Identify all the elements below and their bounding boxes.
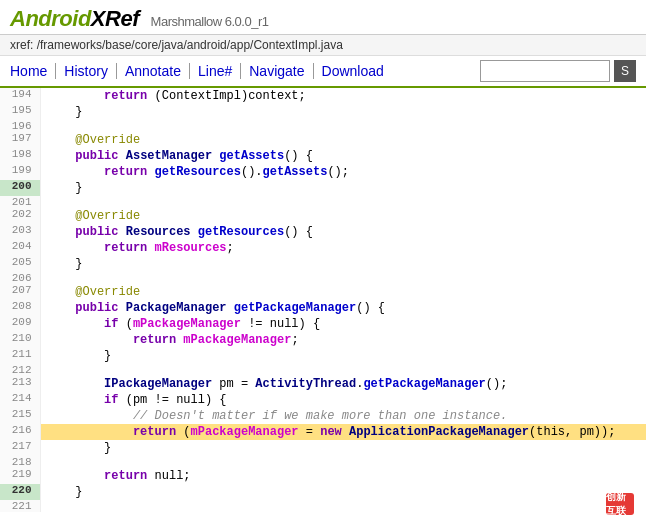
nav-line[interactable]: Line# — [190, 63, 241, 79]
navbar: Home History Annotate Line# Navigate Dow… — [0, 56, 646, 88]
nav-history[interactable]: History — [56, 63, 117, 79]
code-cell: IPackageManager pm = ActivityThread.getP… — [40, 376, 646, 392]
code-cell: return mPackageManager; — [40, 332, 646, 348]
code-cell: @Override — [40, 132, 646, 148]
code-cell: // Doesn't matter if we make more than o… — [40, 408, 646, 424]
code-cell: } — [40, 348, 646, 364]
code-cell: return (mPackageManager = new Applicatio… — [40, 424, 646, 440]
line-number: 209 — [0, 316, 40, 332]
code-cell: if (mPackageManager != null) { — [40, 316, 646, 332]
line-number: 219 — [0, 468, 40, 484]
code-cell: public Resources getResources() { — [40, 224, 646, 240]
line-number: 213 — [0, 376, 40, 392]
code-cell: } — [40, 104, 646, 120]
code-cell: return mResources; — [40, 240, 646, 256]
nav-download[interactable]: Download — [314, 63, 392, 79]
line-number: 207 — [0, 284, 40, 300]
nav-navigate[interactable]: Navigate — [241, 63, 313, 79]
line-number: 221 — [0, 500, 40, 512]
line-number: 210 — [0, 332, 40, 348]
line-number: 203 — [0, 224, 40, 240]
site-title: AndroidXRef Marshmallow 6.0.0_r1 — [10, 6, 268, 31]
code-cell: @Override — [40, 208, 646, 224]
line-number: 198 — [0, 148, 40, 164]
code-cell: } — [40, 256, 646, 272]
line-number: 197 — [0, 132, 40, 148]
code-cell: return (ContextImpl)context; — [40, 88, 646, 104]
watermark-icon: 创新互联 — [606, 493, 634, 515]
code-cell: return null; — [40, 468, 646, 484]
search-button[interactable]: S — [614, 60, 636, 82]
breadcrumb: xref: /frameworks/base/core/java/android… — [0, 35, 646, 56]
title-android: Android — [10, 6, 91, 31]
code-cell — [40, 196, 646, 208]
line-number: 204 — [0, 240, 40, 256]
breadcrumb-text: xref: /frameworks/base/core/java/android… — [10, 38, 343, 52]
line-number: 211 — [0, 348, 40, 364]
code-cell — [40, 364, 646, 376]
code-container[interactable]: 194 return (ContextImpl)context;195 }196… — [0, 88, 646, 521]
line-number: 202 — [0, 208, 40, 224]
code-cell: public AssetManager getAssets() { — [40, 148, 646, 164]
code-cell — [40, 120, 646, 132]
line-number: 196 — [0, 120, 40, 132]
line-number: 208 — [0, 300, 40, 316]
code-cell: @Override — [40, 284, 646, 300]
line-number: 216 — [0, 424, 40, 440]
line-number: 199 — [0, 164, 40, 180]
line-number: 194 — [0, 88, 40, 104]
line-number: 215 — [0, 408, 40, 424]
code-cell: } — [40, 484, 646, 500]
line-number: 220 — [0, 484, 40, 500]
code-cell: if (pm != null) { — [40, 392, 646, 408]
title-xref: XRef — [91, 6, 139, 31]
site-version: Marshmallow 6.0.0_r1 — [151, 14, 269, 29]
line-number: 217 — [0, 440, 40, 456]
code-cell: } — [40, 180, 646, 196]
code-cell: return getResources().getAssets(); — [40, 164, 646, 180]
line-number: 206 — [0, 272, 40, 284]
line-number: 218 — [0, 456, 40, 468]
code-cell — [40, 500, 646, 512]
code-cell: public PackageManager getPackageManager(… — [40, 300, 646, 316]
line-number: 212 — [0, 364, 40, 376]
line-number: 205 — [0, 256, 40, 272]
line-number: 195 — [0, 104, 40, 120]
site-header: AndroidXRef Marshmallow 6.0.0_r1 — [0, 0, 646, 35]
line-number: 200 — [0, 180, 40, 196]
code-table: 194 return (ContextImpl)context;195 }196… — [0, 88, 646, 512]
code-cell: } — [40, 440, 646, 456]
search-input[interactable] — [480, 60, 610, 82]
watermark: 创新互联 — [606, 493, 634, 515]
nav-annotate[interactable]: Annotate — [117, 63, 190, 79]
code-cell — [40, 456, 646, 468]
search-area: S — [480, 60, 636, 82]
nav-home[interactable]: Home — [10, 63, 56, 79]
line-number: 201 — [0, 196, 40, 208]
code-cell — [40, 272, 646, 284]
line-number: 214 — [0, 392, 40, 408]
